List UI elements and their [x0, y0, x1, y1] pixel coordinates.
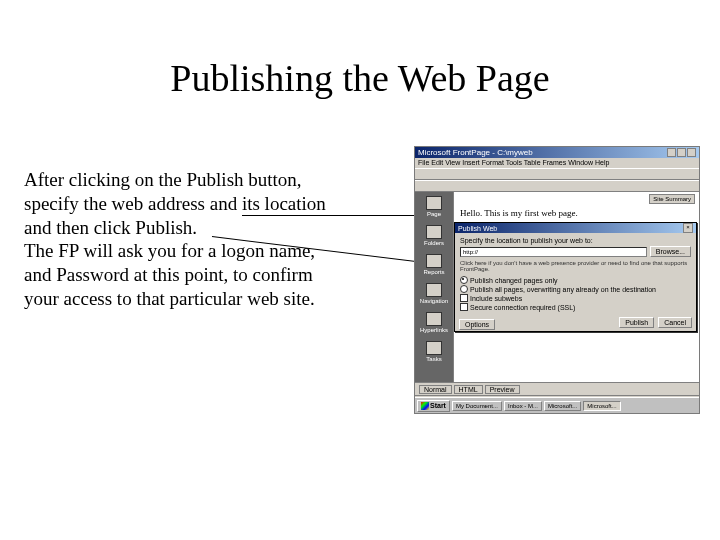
site-summary-button[interactable]: Site Summary: [649, 194, 695, 204]
close-button[interactable]: [687, 148, 696, 157]
minimize-button[interactable]: [667, 148, 676, 157]
taskbar-item[interactable]: Inbox - M...: [504, 401, 542, 411]
menu-bar[interactable]: File Edit View Insert Format Tools Table…: [415, 158, 699, 168]
page-content-text: Hello. This is my first web page.: [460, 208, 578, 218]
slide-title: Publishing the Web Page: [0, 56, 720, 100]
tb-btn[interactable]: [439, 181, 449, 191]
tasks-icon: [426, 341, 442, 355]
body-line-1: After clicking on the Publish button,: [24, 169, 302, 190]
sidebar-label: Reports: [423, 269, 444, 275]
sidebar-item-navigation[interactable]: Navigation: [419, 283, 449, 304]
sidebar-item-folders[interactable]: Folders: [419, 225, 449, 246]
body-line-3: and then click Publish.: [24, 217, 197, 238]
page-icon: [426, 196, 442, 210]
folders-icon: [426, 225, 442, 239]
tb-btn[interactable]: [461, 169, 471, 179]
sidebar-item-reports[interactable]: Reports: [419, 254, 449, 275]
tab-html[interactable]: HTML: [454, 385, 483, 394]
app-titlebar: Microsoft FrontPage - C:\myweb: [415, 147, 699, 158]
tb-btn[interactable]: [428, 169, 438, 179]
browse-button[interactable]: Browse...: [650, 246, 691, 257]
body-line-6: your access to that particular web site.: [24, 288, 315, 309]
navigation-icon: [426, 283, 442, 297]
radio-changed-only[interactable]: Publish changed pages only: [460, 276, 691, 284]
tb-btn[interactable]: [439, 169, 449, 179]
fp-main-area: Site Summary Hello. This is my first web…: [453, 192, 699, 382]
dialog-title: Publish Web: [458, 225, 497, 232]
tb-btn[interactable]: [450, 169, 460, 179]
maximize-button[interactable]: [677, 148, 686, 157]
start-button[interactable]: Start: [417, 400, 450, 412]
sidebar-label: Page: [427, 211, 441, 217]
publish-button[interactable]: Publish: [619, 317, 654, 328]
sidebar-label: Folders: [424, 240, 444, 246]
tb-btn[interactable]: [417, 169, 427, 179]
checkbox-icon: [460, 294, 468, 302]
toolbar-2: [415, 180, 699, 192]
tb-btn[interactable]: [417, 181, 427, 191]
body-text: After clicking on the Publish button, sp…: [24, 168, 404, 311]
tab-normal[interactable]: Normal: [419, 385, 452, 394]
check-label: Include subwebs: [470, 295, 522, 302]
windows-icon: [421, 402, 429, 410]
check-label: Secure connection required (SSL): [470, 304, 575, 311]
checkbox-icon: [460, 303, 468, 311]
frontpage-screenshot: Microsoft FrontPage - C:\myweb File Edit…: [414, 146, 700, 414]
body-line-2: specify the web address and its location: [24, 193, 326, 214]
view-tabs: Normal HTML Preview: [415, 382, 699, 395]
taskbar-item[interactable]: My Document...: [452, 401, 502, 411]
window-controls: [667, 148, 696, 157]
sidebar-label: Hyperlinks: [420, 327, 448, 333]
radio-label: Publish changed pages only: [470, 277, 558, 284]
sidebar-item-page[interactable]: Page: [419, 196, 449, 217]
sidebar-label: Navigation: [420, 298, 448, 304]
fp-content: Page Folders Reports Navigation Hyperlin…: [415, 192, 699, 382]
taskbar-item-active[interactable]: Microsoft...: [583, 401, 620, 411]
dialog-titlebar: Publish Web ×: [455, 223, 696, 233]
location-input[interactable]: http://: [460, 247, 647, 257]
tb-btn[interactable]: [428, 181, 438, 191]
radio-all-pages[interactable]: Publish all pages, overwriting any alrea…: [460, 285, 691, 293]
reports-icon: [426, 254, 442, 268]
start-label: Start: [430, 402, 446, 409]
publish-web-dialog: Publish Web × Specify the location to pu…: [454, 222, 697, 332]
views-sidebar: Page Folders Reports Navigation Hyperlin…: [415, 192, 453, 382]
sidebar-item-tasks[interactable]: Tasks: [419, 341, 449, 362]
body-line-5: and Password at this point, to confirm: [24, 264, 313, 285]
windows-taskbar: Start My Document... Inbox - M... Micros…: [415, 397, 699, 413]
hyperlinks-icon: [426, 312, 442, 326]
location-label: Specify the location to publish your web…: [460, 237, 691, 244]
sidebar-label: Tasks: [426, 356, 441, 362]
wpp-hint[interactable]: Click here if you don't have a web prese…: [460, 260, 691, 272]
app-title: Microsoft FrontPage - C:\myweb: [418, 148, 533, 157]
taskbar-item[interactable]: Microsoft...: [544, 401, 581, 411]
dialog-body: Specify the location to publish your web…: [455, 233, 696, 316]
slide: Publishing the Web Page After clicking o…: [0, 0, 720, 540]
check-ssl[interactable]: Secure connection required (SSL): [460, 303, 691, 311]
sidebar-item-hyperlinks[interactable]: Hyperlinks: [419, 312, 449, 333]
cancel-button[interactable]: Cancel: [658, 317, 692, 328]
toolbar-1: [415, 168, 699, 180]
check-subwebs[interactable]: Include subwebs: [460, 294, 691, 302]
tab-preview[interactable]: Preview: [485, 385, 520, 394]
radio-label: Publish all pages, overwriting any alrea…: [470, 286, 656, 293]
radio-icon: [460, 276, 468, 284]
dialog-close-button[interactable]: ×: [683, 223, 693, 233]
options-button[interactable]: Options: [459, 319, 495, 330]
radio-icon: [460, 285, 468, 293]
